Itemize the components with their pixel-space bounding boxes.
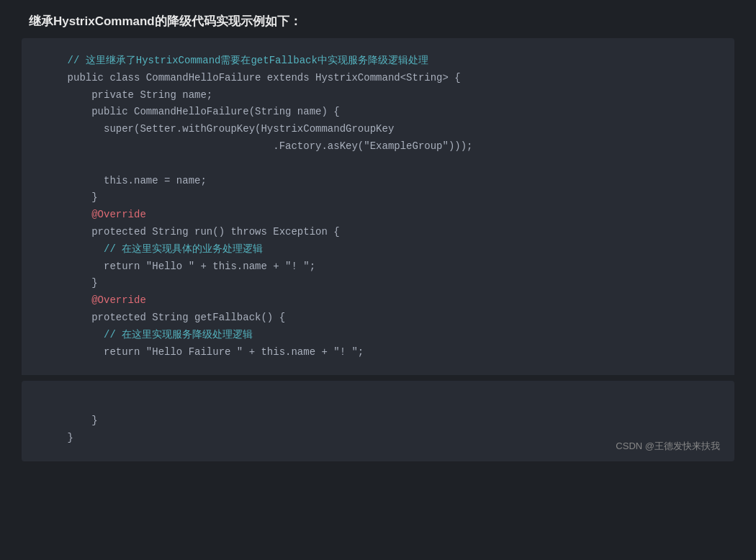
code-line-2: public class CommandHelloFailure extends… [43,70,713,87]
code-line-6: .Factory.asKey("ExampleGroup"))); [43,138,713,155]
code-line-19: } [43,430,713,447]
code-line-13: } [43,275,713,292]
code-line-11: // 在这里实现具体的业务处理逻辑 [43,241,713,258]
code-line-10: protected String run() throws Exception … [43,224,713,241]
code-line-7: this.name = name; [43,173,713,190]
code-line-8: } [43,189,713,207]
code-line-9: @Override [43,207,713,224]
code-block-upper: // 这里继承了HystrixCommand需要在getFallback中实现服… [22,38,734,375]
code-line-3: private String name; [43,87,713,104]
watermark: CSDN @王德发快来扶我 [616,440,720,453]
code-block-lower: } } CSDN @王德发快来扶我 [22,381,734,461]
page-container: 继承HystrixCommand的降级代码实现示例如下： // 这里继承了Hys… [0,0,756,560]
code-line-18: } [43,412,713,430]
heading-text: 继承HystrixCommand的降级代码实现示例如下： [29,14,302,28]
code-line-15: protected String getFallback() { [43,310,713,327]
code-line-17: return "Hello Failure " + this.name + "!… [43,344,713,361]
code-line-16: // 在这里实现服务降级处理逻辑 [43,327,713,344]
code-line-12: return "Hello " + this.name + "! "; [43,258,713,276]
code-line-4: public CommandHelloFailure(String name) … [43,104,713,121]
code-line-5: super(Setter.withGroupKey(HystrixCommand… [43,121,713,138]
code-line-1: // 这里继承了HystrixCommand需要在getFallback中实现服… [43,53,713,70]
code-line-blank1 [43,155,713,173]
code-line-blank2 [43,395,713,412]
heading-section: 继承HystrixCommand的降级代码实现示例如下： [0,0,756,38]
code-line-14: @Override [43,292,713,310]
